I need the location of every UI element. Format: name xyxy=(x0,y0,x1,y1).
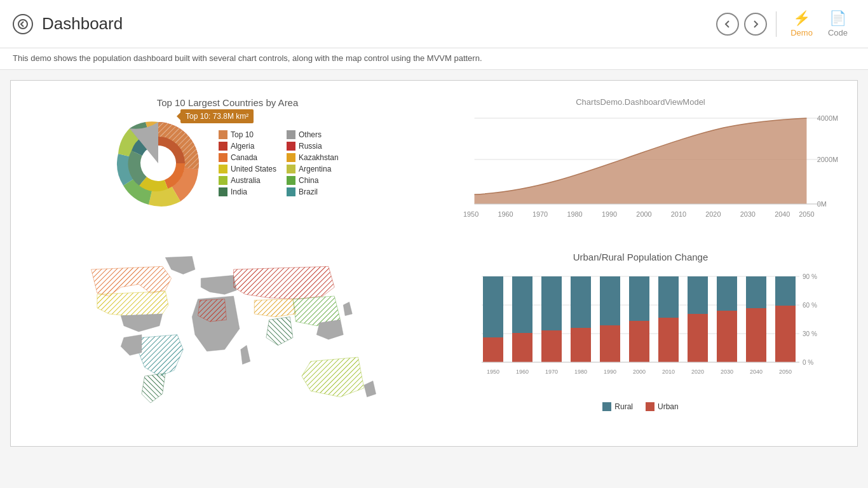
svg-text:2050: 2050 xyxy=(799,211,814,218)
legend-label-india: India xyxy=(231,187,247,196)
legend-label-kazakhstan: Kazakhstan xyxy=(299,153,339,162)
svg-text:1990: 1990 xyxy=(602,211,617,218)
svg-rect-55 xyxy=(629,321,649,362)
svg-rect-43 xyxy=(512,333,532,362)
legend-color-australia xyxy=(219,176,227,185)
svg-rect-48 xyxy=(571,276,591,328)
pie-legend: Top 10 Others Algeria Russia Canada xyxy=(219,130,344,196)
svg-text:2010: 2010 xyxy=(662,369,675,375)
header-divider xyxy=(776,11,776,37)
svg-text:2000M: 2000M xyxy=(817,156,838,163)
legend-item-australia: Australia xyxy=(219,176,276,185)
svg-rect-51 xyxy=(600,276,620,325)
legend-label-china: China xyxy=(299,176,318,185)
legend-color-argentina xyxy=(287,165,295,173)
svg-text:2050: 2050 xyxy=(779,369,792,375)
legend-color-others xyxy=(287,130,295,139)
svg-text:0M: 0M xyxy=(817,201,827,208)
pie-chart-panel: Top 10 Largest Countries by Area Top 10:… xyxy=(21,91,434,245)
tab-demo[interactable]: ⚡ Demo xyxy=(783,8,820,40)
next-nav-button[interactable] xyxy=(744,13,767,36)
svg-rect-46 xyxy=(541,330,562,362)
svg-text:1970: 1970 xyxy=(545,369,558,375)
svg-text:2000: 2000 xyxy=(636,211,651,218)
area-chart-title: ChartsDemo.DashboardViewModel xyxy=(440,97,841,107)
legend-item-algeria: Algeria xyxy=(219,142,276,151)
svg-point-0 xyxy=(18,20,27,29)
svg-rect-49 xyxy=(571,328,591,362)
map-panel xyxy=(21,245,434,436)
donut-chart: Top 10: 73.8M km² xyxy=(111,116,206,211)
legend-label-canada: Canada xyxy=(231,153,257,162)
code-icon: 📄 xyxy=(829,10,846,27)
area-chart: 4000M 2000M 0M 1950 1960 1970 1980 1990 … xyxy=(447,112,834,239)
svg-text:2010: 2010 xyxy=(671,211,686,218)
svg-rect-57 xyxy=(658,276,679,318)
svg-text:1980: 1980 xyxy=(574,369,587,375)
legend-item-argentina: Argentina xyxy=(287,165,344,173)
prev-nav-button[interactable] xyxy=(716,13,739,36)
demo-icon: ⚡ xyxy=(793,10,810,27)
legend-item-china: China xyxy=(287,176,344,185)
svg-rect-67 xyxy=(746,308,766,362)
svg-text:1970: 1970 xyxy=(532,211,548,218)
header-actions: ⚡ Demo 📄 Code xyxy=(714,8,855,40)
legend-color-brazil xyxy=(287,187,295,196)
svg-text:1990: 1990 xyxy=(604,369,616,375)
rural-color-swatch xyxy=(602,402,611,411)
svg-rect-70 xyxy=(775,306,796,362)
back-button[interactable] xyxy=(13,14,33,34)
legend-label-algeria: Algeria xyxy=(231,142,254,151)
svg-rect-60 xyxy=(688,276,708,314)
svg-text:2030: 2030 xyxy=(721,369,733,375)
legend-urban: Urban xyxy=(646,402,679,411)
rural-label: Rural xyxy=(614,402,633,411)
legend-color-algeria xyxy=(219,142,227,151)
legend-item-brazil: Brazil xyxy=(287,187,344,196)
svg-text:2040: 2040 xyxy=(775,211,790,218)
svg-text:2030: 2030 xyxy=(740,211,756,218)
legend-item-kazakhstan: Kazakhstan xyxy=(287,153,344,162)
tab-code[interactable]: 📄 Code xyxy=(820,8,855,40)
legend-label-brazil: Brazil xyxy=(299,187,318,196)
legend-item-top10: Top 10 xyxy=(219,130,276,139)
svg-rect-69 xyxy=(775,276,796,306)
svg-rect-54 xyxy=(629,276,649,321)
svg-rect-39 xyxy=(483,276,503,337)
page-title: Dashboard xyxy=(42,14,714,34)
subtitle-text: This demo shows the population dashboard… xyxy=(0,48,868,70)
area-chart-panel: ChartsDemo.DashboardViewModel 4000M 2000… xyxy=(434,91,847,245)
svg-text:30 %: 30 % xyxy=(803,330,817,337)
svg-text:1980: 1980 xyxy=(567,211,582,218)
legend-item-india: India xyxy=(219,187,276,196)
svg-text:2000: 2000 xyxy=(633,369,646,375)
legend-color-china xyxy=(287,176,295,185)
legend-item-others: Others xyxy=(287,130,344,139)
tab-code-label: Code xyxy=(828,28,848,37)
svg-text:4000M: 4000M xyxy=(817,115,838,122)
svg-rect-40 xyxy=(483,337,503,362)
svg-text:60 %: 60 % xyxy=(803,302,817,309)
svg-rect-66 xyxy=(746,276,766,308)
legend-rural: Rural xyxy=(602,402,633,411)
legend-label-argentina: Argentina xyxy=(299,165,331,173)
app-header: Dashboard ⚡ Demo 📄 Code xyxy=(0,0,868,48)
legend-item-russia: Russia xyxy=(287,142,344,151)
svg-rect-52 xyxy=(600,325,620,362)
legend-label-australia: Australia xyxy=(231,176,261,185)
urban-color-swatch xyxy=(646,402,654,411)
svg-text:1950: 1950 xyxy=(463,211,478,218)
legend-color-russia xyxy=(287,142,295,151)
donut-section: Top 10: 73.8M km² xyxy=(27,116,428,211)
donut-tooltip: Top 10: 73.8M km² xyxy=(180,109,254,123)
bar-chart-panel: Urban/Rural Population Change 90 % 60 % … xyxy=(434,245,847,436)
bar-chart-legend: Rural Urban xyxy=(440,402,841,411)
svg-rect-61 xyxy=(688,314,708,362)
svg-rect-45 xyxy=(541,276,562,330)
legend-color-kazakhstan xyxy=(287,153,295,162)
svg-text:2020: 2020 xyxy=(705,211,721,218)
legend-color-canada xyxy=(219,153,227,162)
svg-text:90 %: 90 % xyxy=(803,273,817,280)
svg-rect-58 xyxy=(658,318,679,362)
world-map xyxy=(27,252,428,430)
